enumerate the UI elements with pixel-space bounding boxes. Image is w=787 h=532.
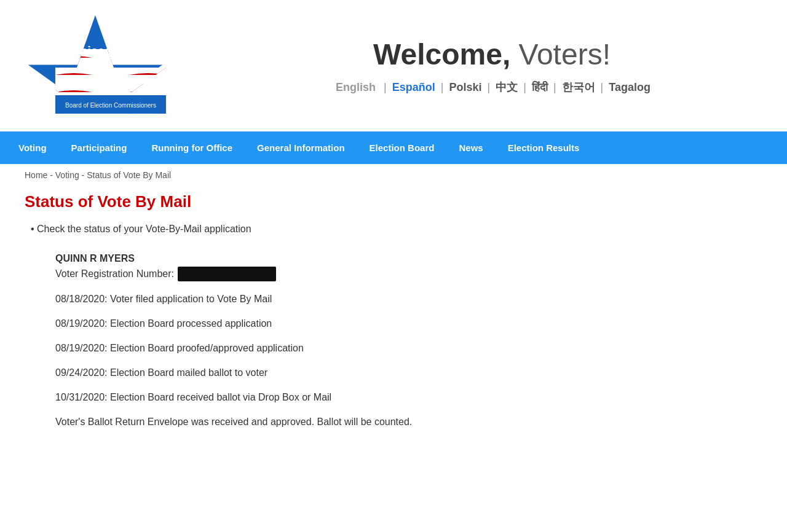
logo-area: Chicago Board of Election Commissioners [25,12,197,119]
svg-text:Chicago: Chicago [71,44,120,58]
header: Chicago Board of Election Commissioners … [0,0,787,131]
lang-espanol[interactable]: Español [392,81,435,93]
nav-item-general-information[interactable]: General Information [245,131,357,164]
intro-bullet: • Check the status of your Vote-By-Mail … [31,224,762,235]
timeline-entry-1: 08/18/2020: Voter filed application to V… [55,294,762,305]
voter-info: QUINN R MYERS Voter Registration Number: [55,253,762,281]
lang-tagalog[interactable]: Tagalog [609,81,651,93]
lang-chinese[interactable]: 中文 [496,81,518,93]
welcome-area: Welcome, Voters! English | Español | Pol… [197,37,762,95]
timeline-entry-2: 08/19/2020: Election Board processed app… [55,318,762,329]
lang-english[interactable]: English [336,81,376,93]
timeline-entry-4: 09/24/2020: Election Board mailed ballot… [55,367,762,378]
voter-reg-number-redacted [178,267,276,281]
timeline-entry-5: 10/31/2020: Election Board received ball… [55,392,762,403]
voter-reg: Voter Registration Number: [55,267,762,281]
language-bar: English | Español | Polski | 中文 | हिंदी … [221,80,762,95]
lang-polski[interactable]: Polski [449,81,481,93]
svg-text:Board of Election Commissioner: Board of Election Commissioners [65,102,156,109]
nav-item-participating[interactable]: Participating [59,131,140,164]
final-note: Voter's Ballot Return Envelope was recei… [55,417,762,428]
welcome-rest: Voters! [510,38,611,71]
voter-name: QUINN R MYERS [55,253,762,264]
nav-item-news[interactable]: News [446,131,495,164]
lang-korean[interactable]: 한국어 [562,81,595,93]
nav-item-voting[interactable]: Voting [6,131,59,164]
lang-hindi[interactable]: हिंदी [532,81,548,93]
page-title: Status of Vote By Mail [25,192,762,211]
main-content: Status of Vote By Mail • Check the statu… [0,186,787,452]
logo-svg: Chicago Board of Election Commissioners [25,12,166,117]
welcome-title: Welcome, Voters! [221,37,762,71]
breadcrumb-text: Home - Voting - Status of Vote By Mail [25,170,171,180]
welcome-bold: Welcome, [373,38,510,71]
nav-item-running-for-office[interactable]: Running for Office [139,131,245,164]
timeline-entry-3: 08/19/2020: Election Board proofed/appro… [55,343,762,354]
nav-item-election-board[interactable]: Election Board [357,131,447,164]
breadcrumb: Home - Voting - Status of Vote By Mail [0,164,787,186]
nav-bar: Voting Participating Running for Office … [0,131,787,164]
nav-item-election-results[interactable]: Election Results [496,131,592,164]
voter-reg-label: Voter Registration Number: [55,268,174,280]
